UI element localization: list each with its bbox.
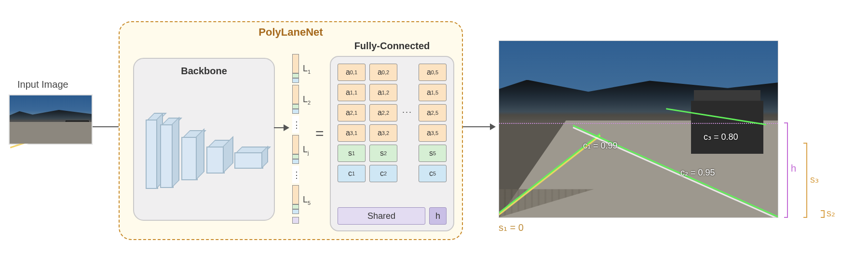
- feature-vector: [292, 54, 299, 228]
- fc-cell-c: c1: [338, 165, 366, 182]
- cnn-slab: [196, 128, 204, 180]
- diagram-root: Input Image PolyLaneNet Backbone: [0, 0, 868, 268]
- feat-s: [292, 154, 299, 159]
- feat-c: [292, 209, 299, 214]
- fc-shared-label: Shared: [338, 207, 425, 225]
- polylanenet-title: PolyLaneNet: [120, 21, 462, 39]
- output-c2-label: c₂ = 0.95: [680, 167, 715, 178]
- fc-cell-s: s2: [369, 145, 397, 162]
- fc-col-1: a0,1 a1,1 a2,1 a3,1 s1 c1: [338, 64, 366, 185]
- arrow-poly-to-output: [463, 126, 495, 127]
- input-image: [9, 94, 93, 145]
- fully-connected-title: Fully-Connected: [331, 40, 453, 52]
- fc-cell-c: c2: [369, 165, 397, 182]
- backbone-card: Backbone: [133, 58, 275, 221]
- feat-s: [292, 104, 299, 109]
- feat-a: [292, 54, 299, 73]
- fc-cell-a: a0,1: [338, 64, 366, 81]
- fc-cell-s: s5: [419, 145, 447, 162]
- cnn-slab: [206, 147, 225, 174]
- feat-a: [292, 135, 299, 154]
- fc-cell-a: a1,2: [369, 84, 397, 101]
- backbone-title: Backbone: [134, 66, 274, 77]
- fc-cell-a: a3,1: [338, 124, 366, 142]
- input-image-label: Input Image: [17, 79, 68, 90]
- output-c1-label: c₁ = 0.99: [583, 140, 618, 151]
- polylanenet-box: PolyLaneNet Backbone: [119, 21, 463, 240]
- fc-cell-a: a3,2: [369, 124, 397, 142]
- feat-label-L5: L5: [303, 195, 311, 206]
- bracket-h: [783, 122, 788, 218]
- fc-cell-a: a1,1: [338, 84, 366, 101]
- feat-ellipsis: ⋮: [292, 170, 301, 180]
- bracket-h-label: h: [791, 163, 796, 174]
- cnn-slab: [234, 152, 263, 169]
- fc-cell-a: a0,5: [419, 64, 447, 81]
- feat-ellipsis: ⋮: [292, 120, 301, 130]
- fc-col-2: a0,2 a1,2 a2,2 a3,2 s2 c2: [369, 64, 397, 185]
- feat-label-Lj: Lj: [303, 145, 309, 156]
- feat-c: [292, 78, 299, 83]
- feat-c: [292, 109, 299, 114]
- feat-h: [292, 217, 299, 224]
- input-lane-marking-2: [10, 139, 33, 148]
- output-s1-label: s₁ = 0: [499, 222, 524, 233]
- bracket-s2: [820, 210, 825, 218]
- feat-label-L1: L1: [303, 64, 311, 75]
- output-c3-label: c₃ = 0.80: [704, 132, 738, 142]
- fc-col-5: a0,5 a1,5 a2,5 a3,5 s5 c5: [419, 64, 447, 185]
- fc-cell-a: a3,5: [419, 124, 447, 142]
- fully-connected-card: a0,1 a1,1 a2,1 a3,1 s1 c1 a0,2 a1,2 a2,2…: [330, 56, 454, 231]
- input-truck-shape: [66, 121, 89, 138]
- feat-c: [292, 159, 299, 164]
- cnn-slab: [172, 117, 179, 188]
- output-image: c₁ = 0.99 c₂ = 0.95 c₃ = 0.80: [499, 40, 778, 218]
- feat-s: [292, 73, 299, 78]
- fc-cell-a: a1,5: [419, 84, 447, 101]
- fc-cell-s: s1: [338, 145, 366, 162]
- fc-cell-c: c5: [419, 165, 447, 182]
- cnn-slab: [181, 137, 198, 180]
- feat-label-L2: L2: [303, 94, 311, 106]
- backbone-cnn-illustration: [146, 109, 264, 205]
- arrow-backbone-to-features: [274, 127, 288, 128]
- equals-sign: =: [315, 125, 324, 142]
- fc-cell-a: a2,5: [419, 104, 447, 121]
- feat-s: [292, 204, 299, 209]
- fc-ellipsis: ...: [402, 105, 412, 115]
- fc-cell-a: a2,2: [369, 104, 397, 121]
- fc-shared-row: Shared h: [338, 207, 447, 225]
- input-lane-marking: [22, 135, 45, 146]
- bracket-s3-label: s₃: [810, 174, 819, 185]
- output-truck: [691, 101, 763, 154]
- bracket-s2-label: s₂: [827, 207, 835, 219]
- feat-a: [292, 185, 299, 204]
- horizon-line: [499, 123, 778, 124]
- fc-cell-a: a2,1: [338, 104, 366, 121]
- feat-a: [292, 85, 299, 104]
- bracket-s3: [802, 143, 807, 218]
- fc-shared-h: h: [429, 207, 447, 225]
- fc-cell-a: a0,2: [369, 64, 397, 81]
